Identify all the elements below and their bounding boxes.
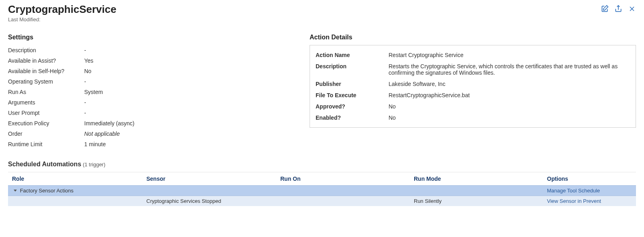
row-runmode-value: Run Silently	[410, 196, 543, 206]
settings-assist-label: Available in Assist?	[8, 57, 84, 64]
settings-execpolicy-label: Execution Policy	[8, 120, 84, 127]
col-role[interactable]: Role	[8, 172, 142, 185]
settings-selfhelp-value: No	[84, 68, 91, 74]
export-icon[interactable]	[614, 5, 622, 14]
close-icon[interactable]	[628, 5, 636, 14]
settings-description-value: -	[84, 47, 86, 53]
action-publisher-value: Lakeside Software, Inc	[389, 81, 630, 87]
action-details-box: Action NameRestart Cryptographic Service…	[310, 45, 636, 128]
settings-runtimelimit-label: Runtime Limit	[8, 141, 84, 147]
settings-userprompt-value: -	[84, 110, 86, 116]
action-enabled-label: Enabled?	[316, 114, 389, 121]
row-runon-value	[276, 196, 410, 206]
trigger-count: (1 trigger)	[83, 161, 105, 168]
col-runmode[interactable]: Run Mode	[410, 172, 543, 185]
settings-selfhelp-label: Available in Self-Help?	[8, 68, 84, 74]
settings-arguments-label: Arguments	[8, 99, 84, 106]
action-enabled-value: No	[389, 114, 630, 121]
action-publisher-label: Publisher	[316, 81, 389, 87]
settings-os-label: Operating System	[8, 78, 84, 85]
settings-runas-label: Run As	[8, 89, 84, 95]
action-name-value: Restart Cryptographic Service	[389, 52, 630, 58]
scheduled-heading: Scheduled Automations	[8, 161, 81, 168]
edit-icon[interactable]	[601, 5, 609, 14]
action-approved-value: No	[389, 103, 630, 110]
settings-arguments-value: -	[84, 99, 86, 106]
col-runon[interactable]: Run On	[276, 172, 410, 185]
table-row[interactable]: Cryptographic Services Stopped Run Silen…	[8, 196, 636, 206]
action-file-label: File To Execute	[316, 92, 389, 98]
row-sensor-value: Cryptographic Services Stopped	[142, 196, 276, 206]
scheduled-grid: Role Sensor Run On Run Mode Options Fact…	[8, 172, 636, 206]
settings-runas-value: System	[84, 89, 103, 95]
group-role-value: Factory Sensor Actions	[20, 188, 74, 194]
settings-order-label: Order	[8, 131, 84, 137]
settings-heading: Settings	[8, 34, 310, 41]
view-sensor-prevent-link[interactable]: View Sensor in Prevent	[547, 198, 601, 204]
settings-userprompt-label: User Prompt	[8, 110, 84, 116]
group-row[interactable]: Factory Sensor Actions Manage Tool Sched…	[8, 185, 636, 196]
last-modified-label: Last Modified:	[8, 16, 116, 22]
expand-caret-icon[interactable]	[14, 190, 17, 192]
col-options[interactable]: Options	[543, 172, 636, 185]
page-title: CryptographicService	[8, 3, 116, 16]
action-details-heading: Action Details	[310, 34, 636, 41]
action-description-value: Restarts the Cryptographic Service, whic…	[389, 63, 630, 76]
settings-assist-value: Yes	[84, 57, 93, 64]
settings-order-value: Not applicable	[84, 131, 120, 137]
settings-runtimelimit-value: 1 minute	[84, 141, 106, 147]
settings-os-value: -	[84, 78, 86, 85]
action-approved-label: Approved?	[316, 103, 389, 110]
action-name-label: Action Name	[316, 52, 389, 58]
settings-description-label: Description	[8, 47, 84, 53]
manage-tool-schedule-link[interactable]: Manage Tool Schedule	[547, 188, 600, 194]
settings-execpolicy-value: Immediately (async)	[84, 120, 134, 127]
action-file-value: RestartCryptographicService.bat	[389, 92, 630, 98]
action-description-label: Description	[316, 63, 389, 76]
col-sensor[interactable]: Sensor	[142, 172, 276, 185]
